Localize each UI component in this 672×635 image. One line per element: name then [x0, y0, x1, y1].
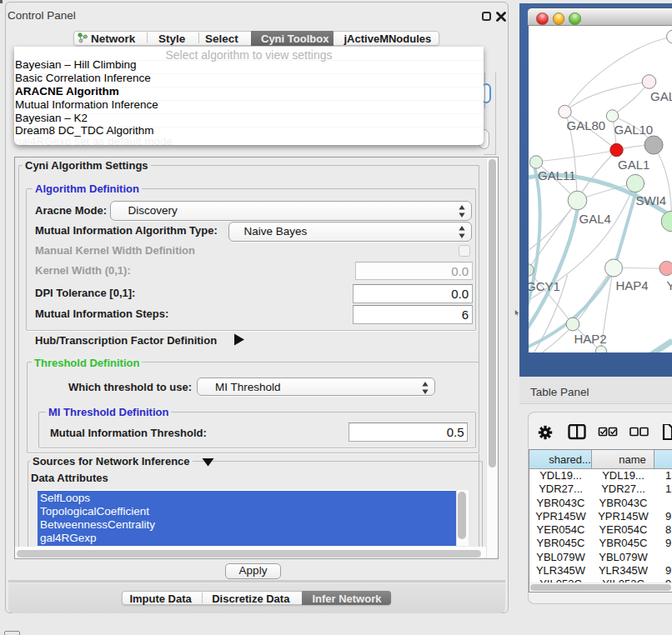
- svg-text:SWI4: SWI4: [635, 193, 666, 208]
- svg-text:Y: Y: [666, 278, 672, 292]
- svg-text:GCY1: GCY1: [529, 279, 560, 293]
- svg-text:GAL1: GAL1: [618, 158, 649, 172]
- svg-text:GAL4: GAL4: [579, 212, 610, 226]
- svg-text:GAL80: GAL80: [566, 118, 605, 132]
- svg-text:GAL11: GAL11: [538, 168, 576, 182]
- svg-text:HAP4: HAP4: [615, 278, 648, 292]
- svg-text:GAL: GAL: [650, 89, 672, 103]
- svg-text:HAP2: HAP2: [574, 332, 606, 346]
- svg-text:GAL10: GAL10: [614, 122, 653, 137]
